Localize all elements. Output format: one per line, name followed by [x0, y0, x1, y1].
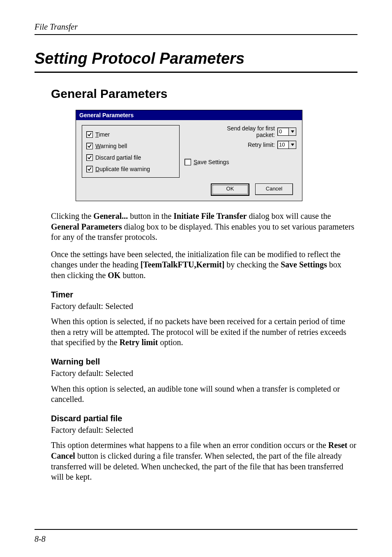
warning-bell-default: Factory default: Selected	[51, 368, 357, 379]
send-delay-row: Send delay for first packet: 0	[184, 125, 296, 138]
discard-partial-option[interactable]: Discard partial file	[86, 154, 173, 161]
dialog-title: General Parameters	[76, 110, 302, 120]
discard-description: This option determines what happens to a…	[51, 440, 357, 482]
retry-limit-row: Retry limit: 10	[184, 141, 296, 149]
retry-limit-combo[interactable]: 10	[277, 141, 296, 149]
general-parameters-dialog: General Parameters Timer Warning bell	[76, 110, 302, 201]
warning-bell-option[interactable]: Warning bell	[86, 143, 173, 149]
save-settings-checkbox[interactable]	[184, 159, 191, 165]
retry-limit-value[interactable]: 10	[277, 141, 289, 149]
cancel-button[interactable]: Cancel	[255, 183, 293, 195]
timer-description: When this option is selected, if no pack…	[51, 316, 357, 348]
options-fieldset: Timer Warning bell Discard partial file	[82, 125, 180, 178]
warning-bell-label: Warning bell	[95, 143, 127, 149]
save-settings-option[interactable]: Save Settings	[184, 159, 296, 165]
duplicate-warning-checkbox[interactable]	[86, 166, 93, 172]
timer-checkbox[interactable]	[86, 131, 93, 138]
retry-limit-dropdown-button[interactable]	[289, 141, 296, 149]
retry-limit-label: Retry limit:	[248, 142, 275, 148]
discard-heading: Discard partial file	[51, 414, 357, 423]
discard-partial-checkbox[interactable]	[86, 154, 93, 161]
chevron-down-icon	[291, 130, 294, 133]
discard-default: Factory default: Selected	[51, 425, 357, 436]
duplicate-warning-option[interactable]: Duplicate file warning	[86, 166, 173, 172]
page-number: 8-8	[35, 534, 46, 544]
duplicate-warning-label: Duplicate file warning	[95, 166, 150, 172]
intro-paragraph-1: Clicking the General... button in the In…	[51, 211, 357, 243]
intro-paragraph-2: Once the settings have been selected, th…	[51, 249, 357, 281]
send-delay-dropdown-button[interactable]	[289, 128, 296, 136]
chevron-down-icon	[291, 144, 294, 146]
send-delay-combo[interactable]: 0	[277, 128, 296, 136]
save-settings-label: Save Settings	[194, 159, 229, 165]
section-title: Setting Protocol Parameters	[35, 50, 357, 73]
timer-default: Factory default: Selected	[51, 301, 357, 312]
discard-partial-label: Discard partial file	[95, 154, 141, 161]
subsection-title: General Parameters	[51, 87, 357, 101]
send-delay-label: Send delay for first packet:	[227, 125, 275, 138]
send-delay-value[interactable]: 0	[277, 128, 289, 136]
timer-heading: Timer	[51, 290, 357, 299]
timer-label: Timer	[95, 131, 110, 138]
warning-bell-description: When this option is selected, an audible…	[51, 384, 357, 405]
footer-rule	[35, 529, 357, 530]
running-head: File Transfer	[35, 22, 357, 35]
timer-option[interactable]: Timer	[86, 131, 173, 138]
warning-bell-heading: Warning bell	[51, 357, 357, 367]
warning-bell-checkbox[interactable]	[86, 143, 93, 149]
ok-button[interactable]: OK	[211, 183, 249, 196]
